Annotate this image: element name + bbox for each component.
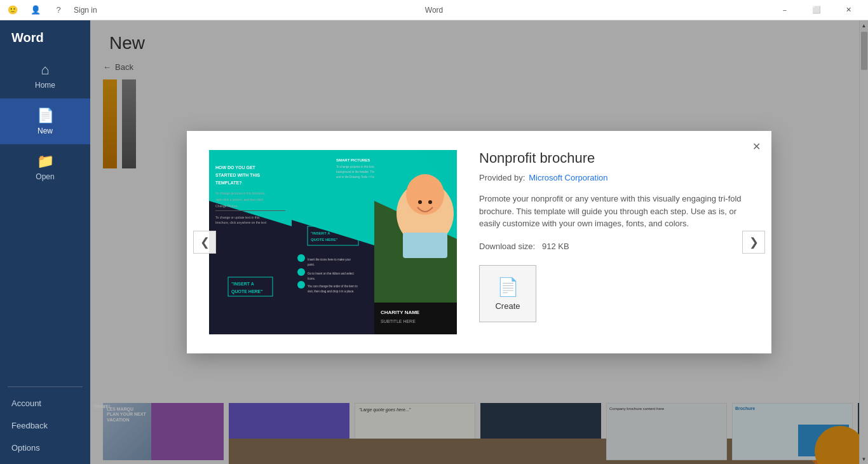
- modal-download-size: Download size: 912 KB: [479, 242, 752, 251]
- emoji-icon[interactable]: 🙂: [5, 3, 20, 18]
- svg-point-23: [297, 254, 305, 262]
- minimize-button[interactable]: −: [770, 0, 799, 20]
- sidebar-app-name: Word: [0, 20, 90, 53]
- person-icon[interactable]: 👤: [28, 3, 43, 18]
- help-icon[interactable]: ?: [51, 3, 66, 18]
- sign-in-button[interactable]: Sign in: [74, 6, 97, 15]
- maximize-button[interactable]: ⬜: [802, 0, 831, 20]
- content-area: New ← Back LES MARQUPLAN YOUR NEXTVACATI…: [90, 20, 868, 464]
- sidebar-open-label: Open: [36, 172, 54, 181]
- modal-body: HOW DO YOU GET STARTED WITH THIS TEMPLAT…: [187, 131, 771, 353]
- title-bar: 🙂 👤 ? Sign in Word − ⬜ ✕: [0, 0, 868, 20]
- svg-rect-36: [403, 233, 447, 258]
- download-label: Download size:: [479, 242, 535, 251]
- svg-text:You can change the order of th: You can change the order of the item to: [308, 285, 358, 288]
- sidebar-bottom: Account Feedback Options: [0, 392, 90, 464]
- svg-text:CHARITY NAME: CHARITY NAME: [381, 310, 420, 315]
- download-size: 912 KB: [542, 242, 569, 251]
- sidebar: Word ⌂ Home 📄 New 📁 Open Account Feedbac…: [0, 20, 90, 464]
- home-icon: ⌂: [41, 62, 49, 78]
- sidebar-item-open[interactable]: 📁 Open: [0, 144, 90, 190]
- modal-prev-button[interactable]: ❮: [193, 231, 216, 254]
- svg-rect-8: [215, 210, 285, 211]
- sidebar-new-label: New: [37, 126, 53, 135]
- svg-text:Icons.: Icons.: [308, 277, 315, 280]
- svg-rect-40: [374, 303, 457, 334]
- sidebar-item-home[interactable]: ⌂ Home: [0, 53, 90, 99]
- sidebar-divider: [8, 386, 83, 387]
- modal-provider-row: Provided by: Microsoft Corporation: [479, 173, 752, 182]
- svg-text:point.: point.: [308, 263, 315, 266]
- svg-text:TEMPLATE?: TEMPLATE?: [215, 181, 241, 185]
- svg-text:SUBTITLE HERE: SUBTITLE HERE: [381, 319, 416, 324]
- svg-text:"INSERT A: "INSERT A: [231, 282, 254, 286]
- new-icon: 📄: [37, 107, 54, 124]
- modal-overlay: ❮ ❯ ✕ HOW DO YOU GET: [90, 20, 868, 464]
- svg-text:Insert the icons here to make : Insert the icons here to make your: [308, 258, 351, 261]
- prev-arrow-icon: ❮: [200, 235, 210, 249]
- sidebar-nav: ⌂ Home 📄 New 📁 Open: [0, 53, 90, 381]
- sidebar-feedback[interactable]: Feedback: [0, 414, 90, 437]
- svg-text:brochure, click anywhere on th: brochure, click anywhere on the text: [215, 221, 267, 224]
- svg-point-35: [406, 174, 444, 215]
- window-controls: − ⬜ ✕: [770, 0, 863, 20]
- sidebar-options[interactable]: Options: [0, 437, 90, 459]
- svg-point-38: [428, 200, 432, 204]
- svg-text:right-click a picture, and the: right-click a picture, and then click: [215, 198, 264, 201]
- svg-point-26: [297, 268, 305, 276]
- modal-preview-area: HOW DO YOU GET STARTED WITH THIS TEMPLAT…: [206, 150, 460, 334]
- create-label: Create: [495, 301, 520, 311]
- svg-text:STARTED WITH THIS: STARTED WITH THIS: [215, 173, 261, 177]
- modal-info-area: Nonprofit brochure Provided by: Microsof…: [479, 150, 752, 334]
- next-arrow-icon: ❯: [749, 235, 759, 249]
- svg-text:visit, then drag and drop it i: visit, then drag and drop it in a place.: [308, 290, 355, 293]
- modal-next-button[interactable]: ❯: [742, 231, 765, 254]
- modal-provider-link[interactable]: Microsoft Corporation: [529, 173, 607, 182]
- svg-point-29: [297, 281, 305, 289]
- modal-template-title: Nonprofit brochure: [479, 150, 752, 167]
- svg-text:Change Picture.: Change Picture.: [215, 204, 238, 208]
- app-title: Word: [425, 6, 443, 15]
- svg-text:HOW DO YOU GET: HOW DO YOU GET: [215, 165, 256, 170]
- sidebar-home-label: Home: [35, 81, 55, 90]
- svg-text:"INSERT A: "INSERT A: [311, 231, 330, 235]
- svg-text:QUOTE HERE": QUOTE HERE": [311, 238, 338, 242]
- brochure-preview-image: HOW DO YOU GET STARTED WITH THIS TEMPLAT…: [209, 150, 457, 334]
- svg-text:Go to Insert on the ribbon and: Go to Insert on the ribbon and select: [308, 272, 355, 275]
- create-button[interactable]: 📄 Create: [479, 265, 536, 322]
- open-icon: 📁: [37, 153, 54, 170]
- svg-text:QUOTE HERE": QUOTE HERE": [231, 289, 263, 294]
- template-detail-modal: ❮ ❯ ✕ HOW DO YOU GET: [187, 131, 771, 353]
- title-bar-left: 🙂 👤 ? Sign in: [5, 3, 97, 18]
- close-button[interactable]: ✕: [834, 0, 863, 20]
- sidebar-account[interactable]: Account: [0, 392, 90, 414]
- svg-text:To change pictures in this bro: To change pictures in this brochure,: [215, 191, 266, 195]
- modal-close-button[interactable]: ✕: [747, 137, 765, 155]
- create-icon: 📄: [497, 276, 519, 297]
- app-body: Word ⌂ Home 📄 New 📁 Open Account Feedbac…: [0, 20, 868, 464]
- svg-point-37: [418, 200, 422, 204]
- modal-provider-label: Provided by:: [479, 173, 525, 182]
- sidebar-item-new[interactable]: 📄 New: [0, 99, 90, 144]
- modal-description: Promote your nonprofit or any venture wi…: [479, 193, 752, 230]
- svg-text:To change or update text in th: To change or update text in this: [215, 215, 260, 219]
- svg-text:SMART PICTURES: SMART PICTURES: [336, 158, 370, 162]
